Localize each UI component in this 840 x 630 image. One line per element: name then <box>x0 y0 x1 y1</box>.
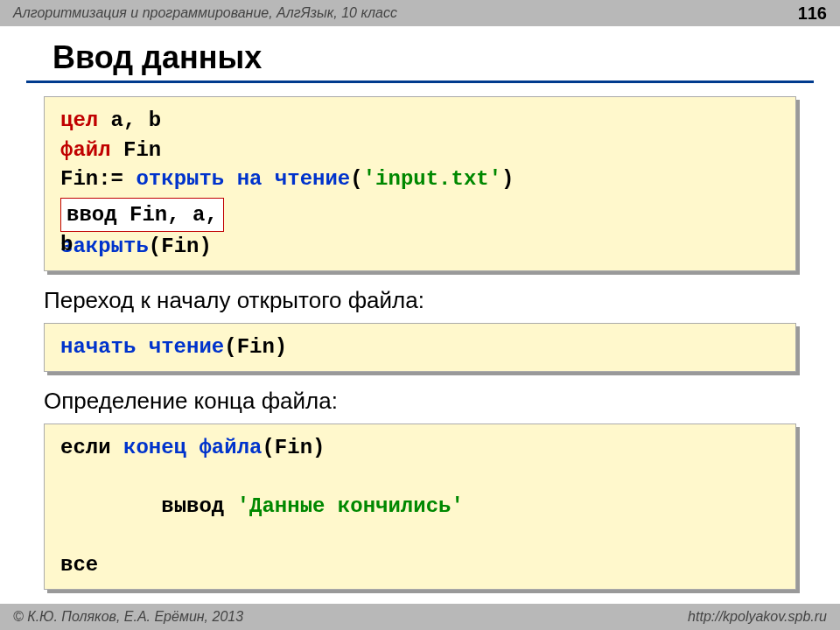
keyword-file: файл <box>60 138 111 162</box>
keyword-eof: конец файла <box>111 436 262 459</box>
code-line: все <box>60 550 780 580</box>
code-line: цел a, b <box>60 106 780 136</box>
page-number: 116 <box>798 4 827 24</box>
subtitle-2: Определение конца файла: <box>44 388 796 415</box>
keyword-close: закрыть <box>60 234 149 258</box>
subtitle-1: Переход к началу открытого файла: <box>44 287 796 314</box>
footer-right: http://kpolyakov.spb.ru <box>688 609 827 625</box>
header-left: Алгоритмизация и программирование, АлгЯз… <box>13 5 397 21</box>
keyword-open: открыть на чтение <box>123 167 350 191</box>
code-line: вывод 'Данные кончились' <box>60 462 780 550</box>
code-text: (Fin) <box>149 234 212 258</box>
code-text: (Fin) <box>262 436 325 459</box>
code-text: ) <box>501 167 514 191</box>
keyword-tsel: цел <box>60 108 98 132</box>
code-block-2: начать чтение(Fin) <box>44 323 796 372</box>
code-line: если конец файла(Fin) <box>60 433 780 463</box>
code-text: (Fin) <box>224 335 287 359</box>
string-literal: 'input.txt' <box>363 167 501 191</box>
footer-left: © К.Ю. Поляков, Е.А. Ерёмин, 2013 <box>13 609 243 625</box>
header-bar: Алгоритмизация и программирование, АлгЯз… <box>0 0 840 26</box>
code-text: вывод <box>136 494 236 518</box>
code-text: если <box>60 436 111 459</box>
content-area: цел a, b файл Fin Fin:= открыть на чтени… <box>0 96 840 590</box>
code-text: Fin <box>111 138 162 162</box>
code-line: ввод Fin, a, <box>60 194 780 233</box>
footer-bar: © К.Ю. Поляков, Е.А. Ерёмин, 2013 http:/… <box>0 604 840 630</box>
overlay-char: b <box>60 230 73 260</box>
string-literal: 'Данные кончились' <box>237 494 464 518</box>
code-block-1: цел a, b файл Fin Fin:= открыть на чтени… <box>44 96 796 271</box>
highlighted-inset: ввод Fin, a, <box>60 198 224 233</box>
code-block-3: если конец файла(Fin) вывод 'Данные конч… <box>44 424 796 590</box>
code-text: Fin:= <box>60 167 123 191</box>
code-line: Fin:= открыть на чтение('input.txt') <box>60 164 780 194</box>
code-text: ( <box>350 167 362 191</box>
code-line: закрыть(Fin) <box>60 232 780 262</box>
code-line: файл Fin <box>60 136 780 165</box>
code-text: a, b <box>98 108 161 132</box>
keyword-begin-read: начать чтение <box>60 335 224 359</box>
page-title: Ввод данных <box>26 26 814 83</box>
